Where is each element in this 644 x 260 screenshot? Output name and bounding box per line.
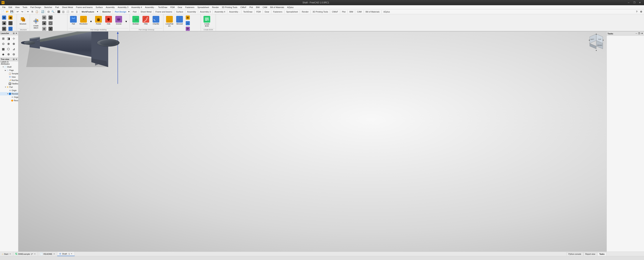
save-button[interactable]: 💾 — [10, 10, 14, 14]
menu-bom[interactable]: Bill of Materials — [269, 6, 286, 9]
zoom-fit-button[interactable]: ⊡ — [46, 10, 50, 14]
tree-float-btn[interactable]: ⊡ — [12, 58, 15, 60]
launcher-icon-1[interactable]: ⊞ — [1, 36, 6, 41]
perspective-button[interactable]: ◫ — [61, 10, 65, 14]
refresh-button[interactable]: 🔄 — [40, 10, 45, 14]
open-button[interactable]: 📂 — [5, 10, 9, 14]
launcher-float-btn[interactable]: ⊡ — [12, 32, 15, 34]
tree-node-shaft[interactable]: ▼ 📄 Shaft — [0, 65, 18, 69]
tree-node-template[interactable]: 📋 Template — [0, 72, 18, 75]
menu-cam[interactable]: CAM — [261, 6, 269, 9]
tree-node-revbody[interactable]: ▼ 🔵 RevolutionBody — [0, 92, 18, 96]
launcher-icon-5[interactable]: ⊗ — [6, 41, 11, 46]
menu-sketcher[interactable]: Sketcher — [43, 6, 54, 9]
pdhelper-btn-5[interactable]: ◯ — [48, 20, 54, 26]
tree-node-revolution[interactable]: 🔶 Revolution — [0, 99, 18, 102]
view3d-button[interactable]: ⬛ — [57, 10, 61, 14]
pdhelper-btn-2[interactable]: ◈ — [41, 20, 47, 26]
pocket-btn[interactable]: Pocket — [94, 15, 103, 28]
side-view-button[interactable]: ▯ — [75, 10, 79, 14]
tasks-maximize-btn[interactable]: ❐ — [638, 32, 640, 35]
menu-fem[interactable]: FEM — [169, 6, 176, 9]
linear-pattern-btn[interactable]: LinearPattern — [164, 15, 174, 28]
menu-techdraw[interactable]: TechDraw — [157, 6, 169, 9]
cut-button[interactable]: ✂ — [26, 10, 30, 14]
menu-spreadsheet[interactable]: Spreadsheet — [196, 6, 210, 9]
help-button[interactable]: ? — [635, 10, 639, 14]
tree-node-origin2[interactable]: ✛ Origin — [0, 96, 18, 99]
tree-close-btn[interactable]: ✕ — [15, 58, 18, 60]
launcher-icon-4[interactable]: ⊙ — [1, 41, 6, 46]
launcher-icon-3[interactable]: ⊹ — [11, 36, 16, 41]
menu-assembly[interactable]: Assembly — [104, 6, 116, 9]
paste-button[interactable]: 📋 — [35, 10, 39, 14]
launcher-close-btn[interactable]: ✕ — [15, 32, 18, 34]
workbench-select[interactable]: ▼ — [96, 10, 100, 14]
chamfer-btn[interactable]: Chamfer — [151, 15, 161, 28]
tree-node-page[interactable]: ▶ □ Page — [0, 69, 18, 72]
pdhelper-btn-4[interactable]: ⊗ — [48, 15, 54, 20]
menu-fasteners[interactable]: Fasteners — [184, 6, 196, 9]
btab-start-close[interactable]: ✕ — [9, 253, 11, 255]
menu-file[interactable]: File — [1, 6, 7, 9]
new-button[interactable]: 📄 — [1, 10, 5, 14]
tree-node-richtext[interactable]: 📝 RichTexAnnotation — [0, 79, 18, 82]
pdhelper-btn-3[interactable]: ⊕ — [41, 26, 47, 31]
revolution-btn[interactable]: Revolution — [79, 15, 88, 28]
btab-shaft[interactable]: ⚙ Shaft : 1 ✕ — [57, 252, 75, 256]
launcher-icon-8[interactable]: ⬡ — [6, 46, 11, 51]
tasks-minimize-btn[interactable]: ─ — [635, 32, 638, 35]
groove-btn[interactable]: Groove — [114, 15, 124, 28]
hole-btn[interactable]: Hole — [104, 15, 114, 28]
indiv-view-btn-1[interactable]: ⊞ — [1, 15, 7, 20]
menu-bim[interactable]: BIM — [254, 6, 261, 9]
mirrored-btn[interactable]: Mirrored — [175, 15, 184, 28]
modeling-extra-btn2[interactable]: ▼ — [124, 15, 128, 28]
btab-start[interactable]: ⌂ Start ✕ — [0, 252, 13, 256]
launcher-icon-2[interactable]: ◨ — [6, 36, 11, 41]
menu-view[interactable]: View — [14, 6, 21, 9]
front-view-button[interactable]: ▭ — [70, 10, 74, 14]
tree-node-titleblock[interactable]: 🔲 TitleBlock — [0, 82, 18, 85]
zoom-in-button[interactable]: 🔍 — [51, 10, 55, 14]
launcher-icon-9[interactable]: ⊿ — [11, 46, 16, 51]
nav-cube[interactable]: TOP FRONT LEFT — [588, 33, 605, 52]
menu-partdesign[interactable]: Part Design — [29, 6, 42, 9]
btab-shaft-close[interactable]: ✕ — [70, 253, 73, 255]
modeling-extra-btn[interactable]: ▼ — [89, 15, 93, 28]
pdhelper-btn-6[interactable]: ● — [48, 26, 54, 31]
launcher-icon-7[interactable]: ▦ — [1, 46, 6, 51]
menu-gear[interactable]: Gear — [176, 6, 184, 9]
pattern-extra-2[interactable]: ↔ — [185, 20, 191, 26]
pad-btn[interactable]: Pad — [68, 15, 78, 28]
partdesign-select[interactable]: ▼ — [128, 10, 130, 14]
launcher-icon-12[interactable]: ⊖ — [11, 52, 16, 57]
indiv-view-btn-4[interactable]: ▦ — [8, 15, 14, 20]
launcher-icon-11[interactable]: ⊛ — [6, 52, 11, 57]
restore-button[interactable]: ❐ — [632, 1, 637, 4]
indiv-view-btn-5[interactable]: ◫ — [8, 20, 14, 26]
close-button[interactable]: ✕ — [637, 1, 642, 4]
menu-assembly3[interactable]: Assembly 3 — [116, 6, 130, 9]
create-datum-btn[interactable]: Create datum — [31, 17, 41, 29]
btab-readme[interactable]: 📄 README ✕ — [38, 252, 57, 256]
tree-node-origin1[interactable]: ✛ Origin — [0, 89, 18, 92]
pdhelper-btn-1[interactable]: ⊛ — [41, 15, 47, 20]
viewport[interactable]: TOP FRONT LEFT — [18, 32, 606, 252]
indiv-view-btn-6[interactable]: ⬡ — [8, 26, 14, 31]
menu-azplus[interactable]: AZplus — [286, 6, 295, 9]
menu-assembly-dash[interactable]: Assembly - — [144, 6, 156, 9]
menu-framebeams[interactable]: Frame and beams — [74, 6, 94, 9]
pattern-extra-1[interactable]: ⊞ — [185, 15, 191, 20]
create-bom-btn[interactable]: Create BOM — [202, 15, 212, 28]
menu-render[interactable]: Render — [210, 6, 220, 9]
menu-part[interactable]: Part — [54, 6, 60, 9]
redo-button[interactable]: ↪ — [20, 10, 24, 14]
console-tab-report[interactable]: Report view — [583, 252, 598, 256]
fillet-btn[interactable]: Fillet — [141, 15, 151, 28]
btab-readme-close[interactable]: ✕ — [53, 253, 55, 255]
pattern-extra-3[interactable]: ⟳ — [185, 26, 191, 31]
structure-btn[interactable]: Structure — [18, 15, 28, 28]
btab-bim[interactable]: 🏗 BIMExample: 1* ✕ — [13, 252, 38, 256]
menu-surface[interactable]: Surface — [94, 6, 104, 9]
